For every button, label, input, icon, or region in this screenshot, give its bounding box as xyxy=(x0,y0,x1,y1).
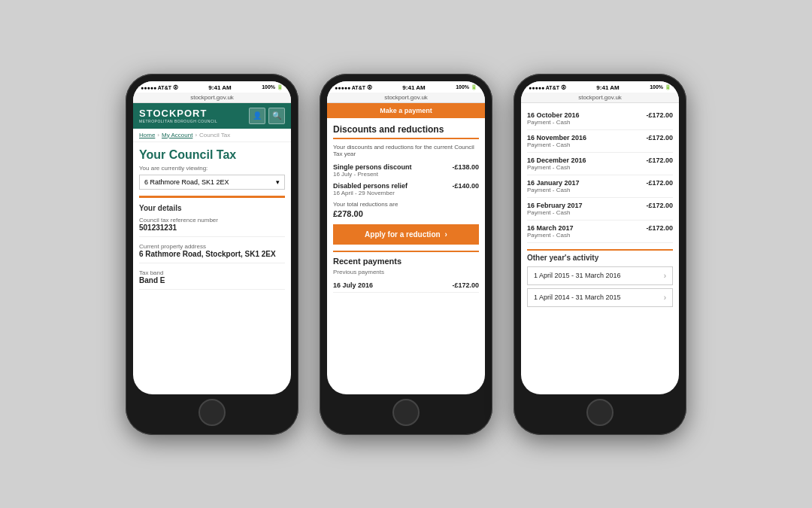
discounts-heading: Discounts and reductions xyxy=(333,124,479,139)
status-right-3: 100% 🔋 xyxy=(650,84,671,90)
breadcrumb-current: Council Tax xyxy=(199,132,230,138)
details-section-title: Your details xyxy=(139,204,285,212)
status-left-3: ●●●●● AT&T ⦿ xyxy=(529,85,566,90)
payment-date-1: 16 July 2016 xyxy=(333,281,373,289)
user-icon-btn[interactable]: 👤 xyxy=(249,108,265,124)
p3-payment-type-3: Payment - Cash xyxy=(527,164,586,171)
p3-payment-type-6: Payment - Cash xyxy=(527,232,574,239)
apply-btn-chevron: › xyxy=(445,230,447,239)
p3-payment-6: 16 March 2017 Payment - Cash -£172.00 xyxy=(527,221,673,243)
breadcrumb-sep-1: › xyxy=(157,132,159,138)
status-right-2: 100% 🔋 xyxy=(456,84,477,90)
payment-amount-1: -£172.00 xyxy=(452,281,479,289)
other-year-section: Other year's activity 1 April 2015 - 31 … xyxy=(527,249,673,307)
address-dropdown[interactable]: 6 Rathmore Road, SK1 2EX ▾ xyxy=(139,175,285,190)
p3-payment-type-4: Payment - Cash xyxy=(527,187,580,193)
home-button-2[interactable] xyxy=(392,399,420,426)
breadcrumb-sep-2: › xyxy=(195,132,197,138)
phone-3: ●●●●● AT&T ⦿ 9:41 AM 100% 🔋 stockport.go… xyxy=(514,74,686,435)
p3-payment-5: 16 February 2017 Payment - Cash -£172.00 xyxy=(527,198,673,221)
breadcrumb-account[interactable]: My Account xyxy=(162,132,192,138)
url-bar-3: stockport.gov.uk xyxy=(521,93,679,103)
p3-payment-date-5: 16 February 2017 xyxy=(527,202,583,209)
total-label: Your total reductions are xyxy=(333,201,479,208)
p3-payment-amount-2: -£172.00 xyxy=(646,134,673,148)
discount-item-2: Disabled persons relief 16 April - 29 No… xyxy=(333,182,479,196)
dropdown-chevron: ▾ xyxy=(276,178,280,186)
phone-1: ●●●●● AT&T ⦿ 9:41 AM 100% 🔋 stockport.go… xyxy=(126,74,298,435)
nav-icons: 👤 🔍 xyxy=(249,108,285,124)
year-link-1-text: 1 April 2015 - 31 March 2016 xyxy=(534,272,621,279)
discount-date-2: 16 April - 29 November xyxy=(333,190,408,196)
status-center-3: 9:41 AM xyxy=(596,84,619,91)
status-bar-2: ●●●●● AT&T ⦿ 9:41 AM 100% 🔋 xyxy=(327,81,485,93)
screen-content-1: STOCKPORT METROPOLITAN BOROUGH COUNCIL 👤… xyxy=(133,103,291,394)
address-value: 6 Rathmore Road, Stockport, SK1 2EX xyxy=(139,250,285,258)
home-button-1[interactable] xyxy=(198,399,226,426)
p3-payment-2: 16 November 2016 Payment - Cash -£172.00 xyxy=(527,130,673,153)
breadcrumb: Home › My Account › Council Tax xyxy=(133,129,291,142)
status-bar-3: ●●●●● AT&T ⦿ 9:41 AM 100% 🔋 xyxy=(521,81,679,93)
home-button-3[interactable] xyxy=(586,399,614,426)
make-payment-bar[interactable]: Make a payment xyxy=(327,103,485,118)
p3-payment-type-5: Payment - Cash xyxy=(527,209,583,216)
brand: STOCKPORT METROPOLITAN BOROUGH COUNCIL xyxy=(139,108,217,123)
p3-payment-amount-5: -£172.00 xyxy=(646,202,673,216)
year-link-1-chevron: › xyxy=(664,272,666,280)
p3-payment-amount-3: -£172.00 xyxy=(646,157,673,171)
prev-label: Previous payments xyxy=(333,269,479,275)
brand-name: STOCKPORT xyxy=(139,108,217,119)
discount-item-1: Single persons discount 16 July - Presen… xyxy=(333,163,479,178)
address-detail: Current property address 6 Rathmore Road… xyxy=(139,243,285,263)
p3-payment-date-2: 16 November 2016 xyxy=(527,134,586,141)
screen-content-3: 16 October 2016 Payment - Cash -£172.00 … xyxy=(521,103,679,394)
recent-payments-section: Recent payments Previous payments 16 Jul… xyxy=(333,251,479,293)
band-label: Tax band xyxy=(139,269,285,276)
discount-name-1: Single persons discount xyxy=(333,163,412,171)
viewing-label: You are currently viewing: xyxy=(139,165,285,172)
status-center-1: 9:41 AM xyxy=(208,84,231,91)
url-bar-2: stockport.gov.uk xyxy=(327,93,485,103)
breadcrumb-home[interactable]: Home xyxy=(139,132,155,138)
p3-payment-date-4: 16 January 2017 xyxy=(527,179,580,187)
other-year-title: Other year's activity xyxy=(527,249,673,262)
p3-payment-type-1: Payment - Cash xyxy=(527,119,580,126)
apply-btn-label: Apply for a reduction xyxy=(365,230,441,239)
brand-subtitle: METROPOLITAN BOROUGH COUNCIL xyxy=(139,119,217,123)
recent-title: Recent payments xyxy=(333,257,479,266)
ref-value: 501231231 xyxy=(139,224,285,232)
p3-payment-type-2: Payment - Cash xyxy=(527,141,586,148)
status-left-1: ●●●●● AT&T ⦿ xyxy=(141,85,178,90)
phones-container: ●●●●● AT&T ⦿ 9:41 AM 100% 🔋 stockport.go… xyxy=(111,59,701,450)
status-bar-1: ●●●●● AT&T ⦿ 9:41 AM 100% 🔋 xyxy=(133,81,291,93)
status-center-2: 9:41 AM xyxy=(402,84,425,91)
page-body-1: Your Council Tax You are currently viewi… xyxy=(133,142,291,394)
year-link-2-chevron: › xyxy=(664,294,666,302)
discount-amount-1: -£138.00 xyxy=(452,163,479,178)
ref-detail: Council tax reference number 501231231 xyxy=(139,217,285,237)
p3-payment-date-3: 16 December 2016 xyxy=(527,157,586,164)
year-link-2[interactable]: 1 April 2014 - 31 March 2015 › xyxy=(527,288,673,307)
p3-payment-4: 16 January 2017 Payment - Cash -£172.00 xyxy=(527,175,673,198)
discount-name-2: Disabled persons relief xyxy=(333,182,408,190)
year-link-2-text: 1 April 2014 - 31 March 2015 xyxy=(534,294,621,301)
p2-content: Discounts and reductions Your discounts … xyxy=(327,118,485,394)
discount-date-1: 16 July - Present xyxy=(333,171,412,178)
address-dropdown-text: 6 Rathmore Road, SK1 2EX xyxy=(144,178,229,186)
payment-row-1: 16 July 2016 -£172.00 xyxy=(333,278,479,293)
search-icon-btn[interactable]: 🔍 xyxy=(268,108,285,124)
status-right-1: 100% 🔋 xyxy=(262,84,283,90)
p3-payment-amount-4: -£172.00 xyxy=(646,179,673,193)
p3-payment-amount-1: -£172.00 xyxy=(646,111,673,126)
year-link-1[interactable]: 1 April 2015 - 31 March 2016 › xyxy=(527,266,673,285)
ref-label: Council tax reference number xyxy=(139,217,285,224)
p3-content: 16 October 2016 Payment - Cash -£172.00 … xyxy=(521,103,679,394)
p3-payment-date-1: 16 October 2016 xyxy=(527,111,580,119)
apply-reduction-button[interactable]: Apply for a reduction › xyxy=(333,224,479,245)
screen-content-2: Make a payment Discounts and reductions … xyxy=(327,103,485,394)
discounts-desc: Your discounts and reductions for the cu… xyxy=(333,144,479,157)
address-label: Current property address xyxy=(139,243,285,250)
p3-payment-3: 16 December 2016 Payment - Cash -£172.00 xyxy=(527,153,673,175)
orange-bar-1 xyxy=(139,196,285,198)
total-amount: £278.00 xyxy=(333,209,479,218)
